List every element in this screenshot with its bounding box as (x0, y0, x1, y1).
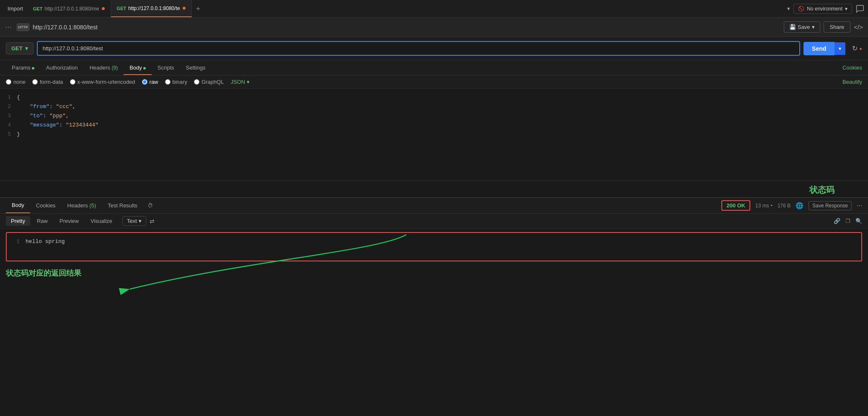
json-type-selector[interactable]: JSON ▾ (230, 79, 250, 85)
response-content-wrapper: 1 hello spring 状态码对应的返回结果 (0, 232, 868, 282)
status-code-annotation: 状态码 (809, 184, 834, 196)
send-dropdown-button[interactable]: ▾ (834, 42, 845, 55)
body-options: none form-data x-www-form-urlencoded raw… (0, 75, 868, 89)
top-bar-right: ▾ 🚫 No environment ▾ (787, 4, 865, 14)
opt-raw[interactable]: raw (142, 79, 158, 85)
import-button[interactable]: Import (3, 4, 27, 13)
resp-display-preview[interactable]: Preview (54, 216, 84, 226)
opt-binary[interactable]: binary (165, 79, 187, 85)
result-annotation-row: 状态码对应的返回结果 (0, 265, 868, 282)
beautify-button[interactable]: Beautify (842, 79, 862, 85)
code-line-1: 1 { (0, 93, 868, 102)
refresh-icon[interactable]: ↻ (852, 44, 858, 52)
tab2-method: GET (117, 6, 127, 11)
text-chevron-icon: ▾ (139, 218, 142, 224)
opt-graphql[interactable]: GraphQL (194, 79, 224, 85)
resp-tab-body[interactable]: Body (6, 198, 30, 213)
tab-authorization[interactable]: Authorization (40, 60, 84, 75)
url-input[interactable] (37, 41, 800, 56)
tab-1[interactable]: GET http://127.0.0.1:8080/me (27, 0, 111, 17)
request-icon: HTTP (17, 23, 29, 31)
code-editor[interactable]: 1 { 2 "from": "ccc", 3 "to": "ppp", 4 "m… (0, 89, 868, 181)
code-line-3: 3 "to": "ppp", (0, 111, 868, 121)
tabs-area: GET http://127.0.0.1:8080/me GET http://… (27, 0, 787, 17)
params-dot (32, 67, 34, 70)
text-type-selector[interactable]: Text ▾ (122, 216, 146, 226)
send-main-button[interactable]: Send (803, 42, 834, 55)
history-icon[interactable]: ⏱ (143, 198, 157, 213)
wrap-icon[interactable]: ⇄ (150, 218, 155, 225)
tab-body[interactable]: Body (124, 60, 152, 75)
tab-2[interactable]: GET http://127.0.0.1:8080/te (111, 0, 192, 17)
search-icon[interactable]: 🔍 (855, 218, 862, 224)
no-env-icon: 🚫 (798, 6, 804, 12)
url-bar: GET ▾ Send ▾ ↻ ● (0, 37, 868, 60)
status-badge: 200 OK (721, 200, 750, 211)
opt-form-data[interactable]: form-data (32, 79, 63, 85)
save-icon: 💾 (789, 24, 796, 30)
tab-headers[interactable]: Headers (9) (84, 60, 124, 75)
response-time: 13 ms (755, 203, 769, 209)
resp-tab-test-results[interactable]: Test Results (102, 198, 143, 213)
result-annotation: 状态码对应的返回结果 (6, 268, 81, 278)
chevron-down-icon[interactable]: ▾ (787, 5, 790, 12)
response-content: 1 hello spring (6, 232, 862, 261)
save-response-button[interactable]: Save Response (809, 201, 852, 210)
resp-tab-headers[interactable]: Headers (5) (62, 198, 102, 213)
response-line-1: 1 hello spring (7, 237, 861, 246)
response-action-icons: 🔗 ❐ 🔍 (834, 218, 862, 224)
tab1-url: http://127.0.0.1:8080/me (44, 6, 99, 12)
resp-display-visualize[interactable]: Visualize (85, 216, 117, 226)
environment-selector[interactable]: 🚫 No environment ▾ (793, 4, 852, 14)
globe-icon[interactable]: 🌐 (796, 202, 803, 209)
method-chevron-icon: ▾ (25, 45, 28, 52)
tab-settings[interactable]: Settings (180, 60, 212, 75)
resp-tab-cookies[interactable]: Cookies (30, 198, 62, 213)
request-tabs-row: Params Authorization Headers (9) Body Sc… (0, 60, 868, 75)
three-dots-icon[interactable]: ⋯ (5, 23, 12, 31)
cookies-button[interactable]: Cookies (842, 60, 862, 75)
copy-icon[interactable]: ❐ (845, 218, 850, 224)
link-icon[interactable]: 🔗 (834, 218, 840, 224)
response-display-bar: Pretty Raw Preview Visualize Text ▾ ⇄ 🔗 … (0, 214, 868, 229)
top-tab-bar: Import GET http://127.0.0.1:8080/me GET … (0, 0, 868, 18)
code-icon[interactable]: </> (854, 23, 863, 31)
request-title: http://127.0.0.1:8080/test (33, 24, 98, 31)
method-selector[interactable]: GET ▾ (6, 42, 34, 54)
tab1-dot (102, 7, 105, 10)
json-chevron-icon: ▾ (247, 79, 250, 85)
send-button[interactable]: Send ▾ (803, 42, 845, 55)
env-chevron-icon: ▾ (845, 6, 847, 12)
tab-scripts[interactable]: Scripts (152, 60, 180, 75)
response-size: 176 B (778, 203, 790, 209)
secondary-bar: ⋯ HTTP http://127.0.0.1:8080/test 💾 Save… (0, 18, 868, 37)
share-button[interactable]: Share (824, 21, 851, 33)
more-options-icon[interactable]: ⋯ (857, 202, 862, 209)
add-tab-button[interactable]: + (192, 5, 205, 13)
resp-display-pretty[interactable]: Pretty (6, 216, 30, 226)
tab-params[interactable]: Params (6, 60, 40, 75)
status-code-annotation-row: 状态码 (0, 181, 868, 197)
tab2-url: http://127.0.0.1:8080/te (128, 5, 180, 11)
tab1-method: GET (33, 6, 43, 11)
secondary-bar-right: 💾 Save ▾ Share </> (784, 21, 863, 33)
code-line-4: 4 "message": "12343444" (0, 121, 868, 130)
save-button[interactable]: 💾 Save ▾ (784, 21, 820, 33)
code-line-5: 5 } (0, 130, 868, 139)
method-label: GET (11, 45, 23, 52)
body-dot (143, 67, 146, 70)
chat-icon[interactable] (855, 4, 865, 13)
opt-urlencoded[interactable]: x-www-form-urlencoded (70, 79, 135, 85)
opt-none[interactable]: none (6, 79, 26, 85)
resp-display-raw[interactable]: Raw (32, 216, 53, 226)
refresh-dot: ● (859, 46, 862, 51)
save-label: Save (798, 24, 810, 30)
response-tabs-bar: Body Cookies Headers (5) Test Results ⏱ … (0, 197, 868, 214)
code-line-2: 2 "from": "ccc", (0, 102, 868, 111)
response-meta-right: 200 OK 13 ms • 176 B 🌐 Save Response ⋯ (721, 200, 862, 211)
save-chevron-icon: ▾ (812, 24, 815, 30)
tab2-dot (183, 7, 186, 10)
env-label: No environment (807, 6, 842, 12)
